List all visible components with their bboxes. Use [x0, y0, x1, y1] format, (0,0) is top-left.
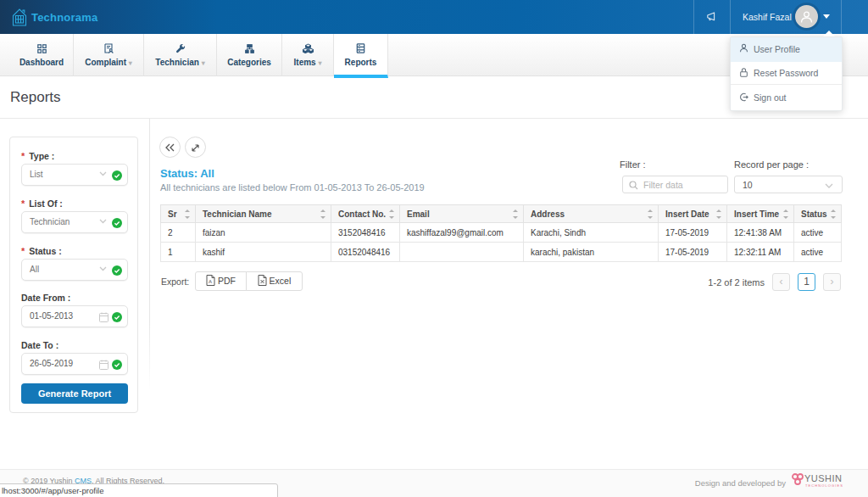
svg-text:A: A — [209, 279, 212, 284]
